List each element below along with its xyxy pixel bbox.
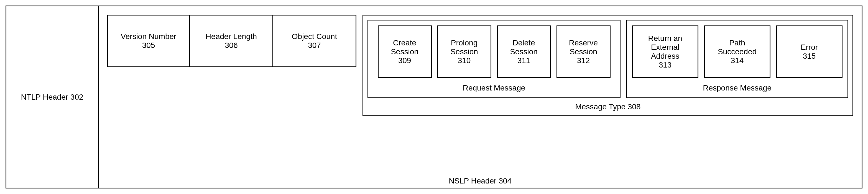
nslp-header-box: Version Number 305 Header Length 306 Obj… (98, 6, 862, 188)
ret-ext-l3: Address (651, 52, 680, 61)
reserve-session-l2: Session (569, 47, 597, 56)
reserve-session-box: Reserve Session 312 (557, 26, 611, 78)
prolong-session-l2: Session (451, 47, 478, 56)
create-session-box: Create Session 309 (378, 26, 432, 78)
ntlp-header-box: NTLP Header 302 (6, 6, 98, 188)
header-length-num: 306 (225, 41, 238, 50)
request-message-group: Create Session 309 Prolong Session 310 D… (368, 20, 621, 98)
header-length-box: Header Length 306 (190, 15, 273, 67)
nslp-fields-row: Version Number 305 Header Length 306 Obj… (99, 6, 862, 116)
object-count-title: Object Count (292, 32, 337, 41)
error-l1: Error (801, 43, 818, 52)
ret-ext-l2: External (651, 43, 680, 52)
create-session-num: 309 (398, 56, 411, 65)
reserve-session-l1: Reserve (569, 38, 598, 47)
error-box: Error 315 (776, 26, 842, 78)
delete-session-l1: Delete (513, 38, 535, 47)
response-items-row: Return an External Address 313 Path Succ… (632, 26, 842, 78)
message-type-box: Create Session 309 Prolong Session 310 D… (363, 15, 853, 116)
create-session-l2: Session (391, 47, 418, 56)
path-ok-l2: Succeeded (718, 47, 756, 56)
version-number-num: 305 (142, 41, 155, 50)
nslp-header-label: NSLP Header 304 (99, 177, 862, 188)
message-type-label: Message Type 308 (368, 103, 848, 111)
version-number-box: Version Number 305 (107, 15, 190, 67)
header-length-title: Header Length (206, 32, 257, 41)
reserve-session-num: 312 (577, 56, 590, 65)
ret-ext-num: 313 (659, 61, 672, 70)
response-message-label: Response Message (632, 84, 842, 92)
prolong-session-l1: Prolong (451, 38, 478, 47)
request-items-row: Create Session 309 Prolong Session 310 D… (373, 26, 615, 78)
delete-session-num: 311 (518, 56, 530, 65)
path-succeeded-box: Path Succeeded 314 (704, 26, 770, 78)
version-number-title: Version Number (121, 32, 177, 41)
path-ok-l1: Path (729, 38, 745, 47)
prolong-session-num: 310 (458, 56, 471, 65)
ntlp-header-label: NTLP Header 302 (21, 93, 83, 102)
response-message-group: Return an External Address 313 Path Succ… (626, 20, 848, 98)
return-external-address-box: Return an External Address 313 (632, 26, 699, 78)
delete-session-box: Delete Session 311 (497, 26, 551, 78)
delete-session-l2: Session (510, 47, 538, 56)
protocol-header-diagram: NTLP Header 302 Version Number 305 Heade… (5, 5, 863, 189)
request-message-label: Request Message (373, 84, 615, 92)
object-count-box: Object Count 307 (273, 15, 356, 67)
prolong-session-box: Prolong Session 310 (437, 26, 491, 78)
create-session-l1: Create (393, 38, 416, 47)
message-type-row: Create Session 309 Prolong Session 310 D… (368, 20, 848, 98)
ret-ext-l1: Return an (648, 34, 682, 43)
error-num: 315 (803, 52, 816, 61)
object-count-num: 307 (308, 41, 321, 50)
path-ok-num: 314 (731, 56, 744, 65)
